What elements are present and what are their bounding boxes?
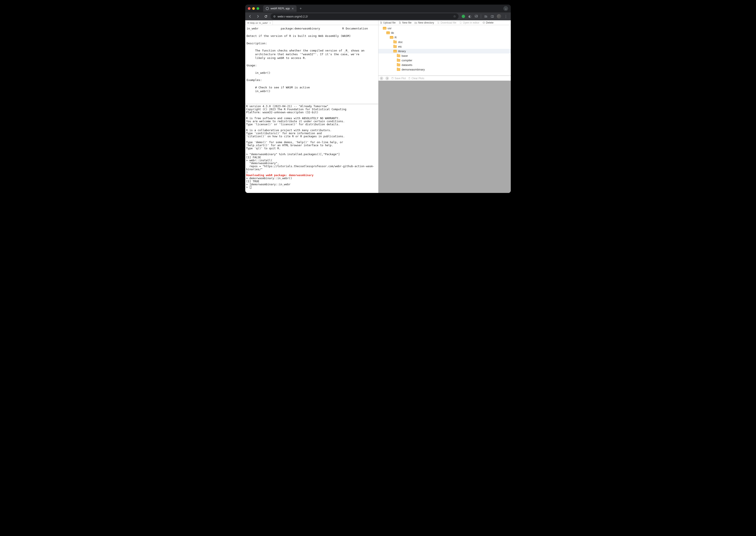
profile-avatar[interactable] <box>497 14 501 18</box>
open-in-editor-button[interactable]: Open in editor <box>459 21 479 24</box>
help-tab[interactable]: R Help on 'in_webr' × <box>245 20 273 25</box>
new-directory-button[interactable]: New directory <box>414 21 434 24</box>
new-tab-button[interactable]: + <box>300 7 302 11</box>
plot-canvas <box>378 81 511 193</box>
arrow-right-icon <box>386 78 388 79</box>
folder-label: datasets <box>402 63 412 67</box>
close-icon[interactable]: × <box>270 21 271 24</box>
arrow-right-icon <box>256 15 260 18</box>
tab-list-button[interactable]: ⌄ <box>503 6 508 11</box>
tree-folder-etc[interactable]: etc <box>378 44 511 49</box>
tree-folder-doc[interactable]: doc <box>378 40 511 44</box>
extension-grammarly-icon[interactable] <box>462 15 465 18</box>
left-column: R Help on 'in_webr' × in_webr package:de… <box>245 20 378 193</box>
tree-folder-datasets[interactable]: datasets <box>378 63 511 67</box>
delete-icon <box>483 21 485 24</box>
help-examples-heading: Examples: <box>246 78 262 82</box>
plot-prev-button[interactable] <box>380 77 383 80</box>
delete-label: Delete <box>486 21 493 24</box>
tree-folder-demorwasmbinary[interactable]: demorwasmbinary <box>378 67 511 72</box>
console-line: [1] TRUE <box>246 180 259 183</box>
newfile-label: New file <box>402 21 412 24</box>
delete-button[interactable]: Delete <box>483 21 493 24</box>
upload-label: Upload file <box>383 21 396 24</box>
console-line: ) <box>246 171 248 174</box>
maximize-window-button[interactable] <box>257 7 259 10</box>
clear-plots-label: Clear Plots <box>412 77 424 80</box>
console-line: "demorwasmbinary", <box>246 161 279 165</box>
help-header-left: in_webr <box>246 27 259 30</box>
upload-file-button[interactable]: Upload file <box>380 21 396 24</box>
file-tree[interactable]: usrlibRdocetclibrarybasecompilerdatasets… <box>378 25 511 75</box>
download-file-button[interactable]: Download file <box>437 21 456 24</box>
trash-icon <box>408 77 411 80</box>
tree-folder-R[interactable]: R <box>378 35 511 40</box>
reading-list-icon[interactable] <box>484 15 487 18</box>
help-desc-heading: Description: <box>246 42 267 45</box>
forward-button[interactable] <box>255 13 261 19</box>
extensions-puzzle-icon[interactable] <box>474 15 478 18</box>
reload-button[interactable] <box>263 13 269 19</box>
console-prompt[interactable]: > <box>246 186 378 189</box>
extension-icon[interactable]: ◐ <box>468 15 472 18</box>
save-plot-label: Save Plot <box>395 77 406 80</box>
tree-folder-compiler[interactable]: compiler <box>378 58 511 63</box>
help-pane: R Help on 'in_webr' × in_webr package:de… <box>245 20 378 104</box>
save-icon <box>391 77 394 80</box>
browser-window: webR REPL app ✕ + ⌄ ⚙ webr.r-wasm.org/v0… <box>245 5 511 193</box>
tree-folder-usr[interactable]: usr <box>378 26 511 31</box>
save-plot-button[interactable]: Save Plot <box>391 77 406 80</box>
console-line: > demorwasmbinary::in_webr() <box>246 177 292 180</box>
file-icon <box>459 21 462 24</box>
url-text: webr.r-wasm.org/v0.2.2/ <box>277 15 308 18</box>
folder-label: R <box>395 36 397 39</box>
back-button[interactable] <box>247 13 253 19</box>
browser-tab[interactable]: webR REPL app ✕ <box>263 5 297 12</box>
close-tab-button[interactable]: ✕ <box>292 7 294 10</box>
side-panel-icon[interactable] <box>490 15 494 18</box>
files-toolbar: Upload file New file New d <box>378 20 511 25</box>
folder-label: library <box>398 50 406 53</box>
help-usage-heading: Usage: <box>246 64 257 67</box>
tree-folder-library[interactable]: library <box>378 49 511 53</box>
newdir-label: New directory <box>418 21 434 24</box>
console-pane[interactable]: R version 4.3.0 (2023-04-21) -- "Already… <box>245 104 378 193</box>
menu-button[interactable]: ⋮ <box>504 15 508 18</box>
console-line: > ?demorwasmbinary::in_webr <box>246 183 290 186</box>
tab-strip: webR REPL app ✕ + ⌄ <box>245 5 511 13</box>
separator <box>481 15 481 18</box>
site-settings-icon[interactable]: ⚙ <box>273 15 276 18</box>
close-window-button[interactable] <box>248 7 250 10</box>
folder-icon <box>393 45 397 48</box>
help-header-mid: package:demorwasmbinary <box>281 27 320 30</box>
folder-icon <box>397 68 400 71</box>
plot-next-button[interactable] <box>385 77 389 80</box>
tree-folder-base[interactable]: base <box>378 53 511 58</box>
folder-icon <box>393 50 397 52</box>
file-plus-icon <box>399 21 401 24</box>
help-body[interactable]: in_webr package:demorwasmbinary R Docume… <box>245 25 378 104</box>
console-line: repos = "https://tutorials.thecoatlesspr… <box>246 165 374 171</box>
console-line: > webr::install( <box>246 159 272 162</box>
svg-rect-4 <box>392 77 393 78</box>
address-bar[interactable]: ⚙ webr.r-wasm.org/v0.2.2/ ☆ <box>270 13 458 19</box>
new-file-button[interactable]: New file <box>399 21 412 24</box>
tree-folder-lib[interactable]: lib <box>378 31 511 35</box>
help-tab-label: R Help on 'in_webr' <box>247 21 268 24</box>
folder-label: usr <box>388 27 391 30</box>
help-desc-body: The function checks whether the compiled… <box>246 49 365 60</box>
svg-rect-0 <box>491 15 493 17</box>
arrow-left-icon <box>380 78 382 79</box>
open-label: Open in editor <box>463 21 479 24</box>
tab-title: webR REPL app <box>270 7 290 10</box>
files-pane: Upload file New file New d <box>378 20 511 76</box>
help-tabstrip: R Help on 'in_webr' × <box>245 20 378 25</box>
clear-plots-button[interactable]: Clear Plots <box>408 77 424 80</box>
minimize-window-button[interactable] <box>252 7 255 10</box>
help-usage-body: in_webr() <box>246 71 270 74</box>
folder-plus-icon <box>414 21 417 24</box>
folder-label: lib <box>391 31 394 34</box>
folder-label: compiler <box>402 59 412 62</box>
bookmark-icon[interactable]: ☆ <box>453 15 456 18</box>
folder-label: demorwasmbinary <box>402 68 425 71</box>
